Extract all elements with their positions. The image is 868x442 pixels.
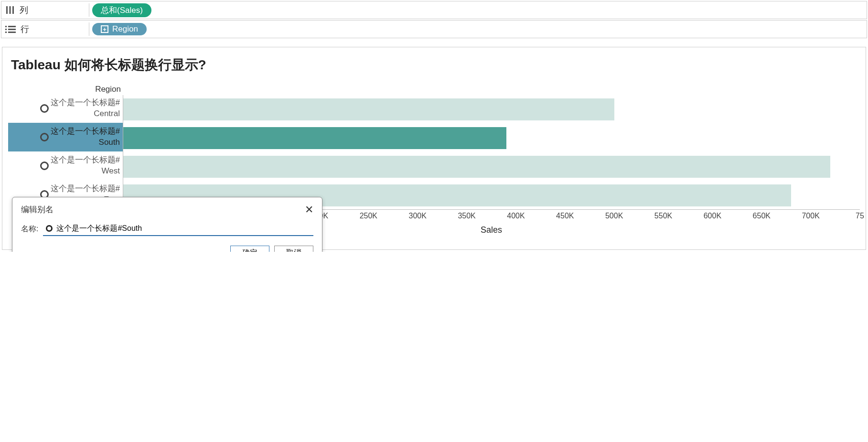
close-icon[interactable]: ✕ <box>305 205 313 215</box>
cancel-button[interactable]: 取消 <box>274 246 313 252</box>
pill-label: Region <box>112 24 138 34</box>
visualization-area: Tableau 如何将长标题换行显示? Region 这个是一个长标题# Cen… <box>2 47 866 250</box>
plot-area[interactable] <box>123 95 860 210</box>
x-tick-label: 700K <box>802 212 819 220</box>
row-headers-column: Region 这个是一个长标题# Central这个是一个长标题# South这… <box>8 85 123 210</box>
row-header[interactable]: 这个是一个长标题# South <box>8 123 123 151</box>
bar[interactable] <box>123 98 614 120</box>
rows-pill-region[interactable]: + Region <box>92 23 147 35</box>
chart-title[interactable]: Tableau 如何将长标题换行显示? <box>11 56 860 74</box>
bar[interactable] <box>123 127 506 149</box>
expand-icon[interactable]: + <box>101 25 108 33</box>
x-tick-label: 650K <box>753 212 771 220</box>
chart: Region 这个是一个长标题# Central这个是一个长标题# South这… <box>8 85 860 210</box>
circle-icon <box>40 162 49 170</box>
svg-rect-0 <box>6 6 8 14</box>
circle-icon <box>40 104 49 113</box>
x-tick-label: 250K <box>360 212 377 220</box>
svg-rect-1 <box>10 6 11 14</box>
rows-shelf[interactable]: 行 + Region <box>1 20 867 38</box>
rows-shelf-label: 行 <box>5 23 89 35</box>
row-header-label: 这个是一个长标题# South <box>51 126 120 148</box>
columns-shelf[interactable]: 列 总和(Sales) <box>1 1 867 19</box>
ok-button[interactable]: 确定 <box>230 246 269 252</box>
x-tick-label: 600K <box>704 212 721 220</box>
row-header[interactable]: 这个是一个长标题# Central <box>8 94 123 123</box>
svg-rect-5 <box>5 29 7 30</box>
x-tick-label: 350K <box>458 212 475 220</box>
alias-input-wrapper[interactable] <box>43 222 313 236</box>
row-header[interactable]: 这个是一个长标题# West <box>8 151 123 180</box>
rows-shelf-text: 行 <box>21 23 29 35</box>
columns-shelf-label: 列 <box>5 4 89 16</box>
x-tick-label: 450K <box>556 212 574 220</box>
columns-shelf-text: 列 <box>20 4 28 16</box>
circle-icon <box>46 225 53 232</box>
rows-pill-area[interactable]: + Region <box>89 22 863 36</box>
x-tick-label: 550K <box>654 212 672 220</box>
x-tick-label: 400K <box>507 212 525 220</box>
svg-rect-6 <box>8 29 16 30</box>
bar[interactable] <box>123 156 830 178</box>
alias-field-label: 名称: <box>21 224 38 234</box>
circle-icon <box>40 133 49 141</box>
x-tick-label: 300K <box>409 212 427 220</box>
svg-rect-3 <box>5 26 7 27</box>
edit-alias-dialog: 编辑别名 ✕ 名称: 确定 取消 <box>12 197 322 252</box>
x-tick-label: 500K <box>605 212 623 220</box>
svg-rect-2 <box>12 6 14 14</box>
columns-icon <box>5 5 15 15</box>
row-header-label: 这个是一个长标题# Central <box>51 97 120 119</box>
svg-rect-4 <box>8 26 16 27</box>
pill-label: 总和(Sales) <box>101 5 143 16</box>
alias-input[interactable] <box>55 224 311 233</box>
columns-pill-sales[interactable]: 总和(Sales) <box>92 3 151 17</box>
row-header-title: Region <box>8 85 123 94</box>
dialog-title: 编辑别名 <box>21 204 54 215</box>
row-header-label: 这个是一个长标题# West <box>51 155 120 177</box>
svg-rect-8 <box>8 32 16 33</box>
columns-pill-area[interactable]: 总和(Sales) <box>89 3 863 17</box>
rows-icon <box>5 24 16 34</box>
x-tick-label: 75 <box>856 212 864 220</box>
svg-rect-7 <box>5 32 7 33</box>
